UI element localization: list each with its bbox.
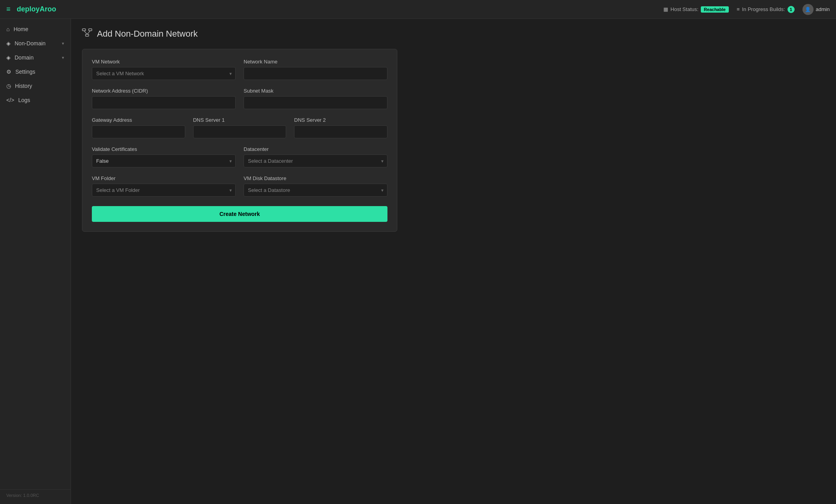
gateway-input[interactable]: [92, 125, 185, 138]
page-header: Add Non-Domain Network: [82, 28, 825, 39]
sidebar-item-settings[interactable]: ⚙ Settings: [0, 65, 71, 79]
vm-folder-label: VM Folder: [92, 175, 236, 181]
settings-icon: ⚙: [6, 69, 11, 75]
sidebar-item-non-domain[interactable]: ◈ Non-Domain ▾: [0, 36, 71, 50]
sidebar-item-home[interactable]: ⌂ Home: [0, 22, 71, 36]
svg-line-4: [87, 31, 90, 34]
sidebar-item-history[interactable]: ◷ History: [0, 79, 71, 93]
network-icon: [82, 28, 92, 39]
sidebar-item-domain[interactable]: ◈ Domain ▾: [0, 50, 71, 65]
user-info: 👤 admin: [802, 4, 830, 15]
validate-cert-group: Validate Certificates False True: [92, 146, 236, 167]
network-name-group: Network Name: [244, 59, 387, 80]
topbar-right: ▦ Host Status: Reachable ≡ In Progress B…: [663, 4, 830, 15]
host-status-badge: Reachable: [701, 6, 729, 13]
non-domain-icon: ◈: [6, 40, 11, 46]
vm-disk-select-wrapper: Select a Datastore: [244, 184, 387, 197]
network-address-input[interactable]: [92, 96, 236, 109]
network-address-label: Network Address (CIDR): [92, 88, 236, 94]
builds-icon: ≡: [737, 6, 740, 12]
create-network-button[interactable]: Create Network: [92, 206, 387, 222]
sidebar-item-settings-label: Settings: [15, 69, 35, 75]
datacenter-label: Datacenter: [244, 146, 387, 152]
sidebar-item-history-label: History: [15, 83, 32, 89]
app-logo: ≡ deployAroo: [6, 5, 659, 13]
datacenter-select-wrapper: Select a Datacenter: [244, 154, 387, 167]
form-row-2: Network Address (CIDR) Subnet Mask: [92, 88, 387, 109]
validate-cert-select[interactable]: False True: [92, 154, 236, 167]
sidebar-item-home-label: Home: [13, 26, 28, 32]
user-name: admin: [816, 6, 830, 12]
dns1-group: DNS Server 1: [193, 117, 287, 138]
home-icon: ⌂: [6, 26, 9, 32]
vm-folder-select[interactable]: Select a VM Folder: [92, 184, 236, 197]
vm-folder-group: VM Folder Select a VM Folder: [92, 175, 236, 197]
form-row-1: VM Network Select a VM Network Network N…: [92, 59, 387, 80]
gateway-group: Gateway Address: [92, 117, 185, 138]
domain-icon: ◈: [6, 54, 11, 61]
vm-network-select-wrapper: Select a VM Network: [92, 67, 236, 80]
svg-rect-0: [82, 29, 86, 31]
topbar: ≡ deployAroo ▦ Host Status: Reachable ≡ …: [0, 0, 836, 19]
layout: ⌂ Home ◈ Non-Domain ▾ ◈ Domain ▾ ⚙ Setti…: [0, 19, 836, 504]
vm-network-group: VM Network Select a VM Network: [92, 59, 236, 80]
server-icon: ▦: [663, 6, 668, 12]
dns1-input[interactable]: [193, 125, 287, 138]
page-title: Add Non-Domain Network: [97, 29, 198, 39]
datacenter-group: Datacenter Select a Datacenter: [244, 146, 387, 167]
svg-rect-1: [89, 29, 92, 31]
vm-disk-label: VM Disk Datastore: [244, 175, 387, 181]
network-name-label: Network Name: [244, 59, 387, 65]
subnet-mask-group: Subnet Mask: [244, 88, 387, 109]
sidebar-item-domain-label: Domain: [15, 54, 34, 61]
network-address-group: Network Address (CIDR): [92, 88, 236, 109]
datacenter-select[interactable]: Select a Datacenter: [244, 154, 387, 167]
host-status: ▦ Host Status: Reachable: [663, 6, 729, 13]
sidebar-item-non-domain-label: Non-Domain: [15, 40, 46, 46]
dns2-input[interactable]: [294, 125, 387, 138]
history-icon: ◷: [6, 83, 11, 89]
subnet-mask-input[interactable]: [244, 96, 387, 109]
main-content: Add Non-Domain Network VM Network Select…: [71, 19, 836, 504]
form-row-5: VM Folder Select a VM Folder VM Disk Dat…: [92, 175, 387, 197]
dns1-label: DNS Server 1: [193, 117, 287, 123]
svg-rect-2: [86, 34, 89, 36]
version-label: Version: 1.0.0RC: [0, 489, 71, 501]
logs-icon: </>: [6, 97, 14, 103]
network-name-input[interactable]: [244, 67, 387, 80]
subnet-mask-label: Subnet Mask: [244, 88, 387, 94]
in-progress-label: In Progress Builds:: [742, 6, 785, 12]
form-row-4: Validate Certificates False True Datacen…: [92, 146, 387, 167]
add-network-form: VM Network Select a VM Network Network N…: [82, 49, 397, 232]
gateway-label: Gateway Address: [92, 117, 185, 123]
dns2-label: DNS Server 2: [294, 117, 387, 123]
builds-count-badge: 1: [788, 6, 795, 13]
validate-cert-label: Validate Certificates: [92, 146, 236, 152]
vm-disk-select[interactable]: Select a Datastore: [244, 184, 387, 197]
user-avatar: 👤: [802, 4, 814, 15]
vm-network-label: VM Network: [92, 59, 236, 65]
sidebar: ⌂ Home ◈ Non-Domain ▾ ◈ Domain ▾ ⚙ Setti…: [0, 19, 71, 504]
vm-folder-select-wrapper: Select a VM Folder: [92, 184, 236, 197]
chevron-down-icon: ▾: [62, 41, 64, 46]
host-status-label: Host Status:: [670, 6, 698, 12]
menu-icon[interactable]: ≡: [6, 5, 11, 13]
sidebar-item-logs-label: Logs: [18, 97, 30, 103]
svg-line-3: [84, 31, 87, 34]
vm-network-select[interactable]: Select a VM Network: [92, 67, 236, 80]
app-name: deployAroo: [17, 5, 56, 13]
form-row-3: Gateway Address DNS Server 1 DNS Server …: [92, 117, 387, 138]
chevron-down-icon-2: ▾: [62, 55, 64, 60]
sidebar-item-logs[interactable]: </> Logs: [0, 93, 71, 107]
vm-disk-group: VM Disk Datastore Select a Datastore: [244, 175, 387, 197]
in-progress-builds: ≡ In Progress Builds: 1: [737, 6, 795, 13]
dns2-group: DNS Server 2: [294, 117, 387, 138]
validate-cert-select-wrapper: False True: [92, 154, 236, 167]
